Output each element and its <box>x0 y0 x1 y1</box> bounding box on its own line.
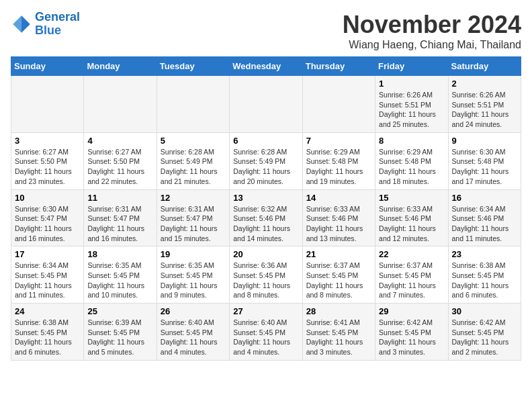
calendar-cell: 15Sunrise: 6:33 AMSunset: 5:46 PMDayligh… <box>375 189 448 246</box>
calendar-cell: 18Sunrise: 6:35 AMSunset: 5:45 PMDayligh… <box>84 246 157 304</box>
cell-details: Sunrise: 6:36 AMSunset: 5:45 PMDaylight:… <box>233 261 298 300</box>
calendar-cell: 12Sunrise: 6:31 AMSunset: 5:47 PMDayligh… <box>157 189 229 246</box>
day-number: 16 <box>452 193 517 203</box>
calendar-week-row: 24Sunrise: 6:38 AMSunset: 5:45 PMDayligh… <box>11 304 521 361</box>
day-number: 25 <box>87 306 152 316</box>
calendar-cell: 2Sunrise: 6:26 AMSunset: 5:51 PMDaylight… <box>448 76 521 133</box>
calendar-week-row: 17Sunrise: 6:34 AMSunset: 5:45 PMDayligh… <box>11 246 521 304</box>
cell-details: Sunrise: 6:35 AMSunset: 5:45 PMDaylight:… <box>87 261 152 300</box>
cell-details: Sunrise: 6:35 AMSunset: 5:45 PMDaylight:… <box>161 261 226 300</box>
cell-details: Sunrise: 6:29 AMSunset: 5:48 PMDaylight:… <box>379 147 444 187</box>
day-number: 5 <box>161 136 226 146</box>
day-number: 30 <box>452 306 517 316</box>
day-number: 29 <box>379 306 444 316</box>
day-number: 20 <box>233 249 298 259</box>
cell-details: Sunrise: 6:27 AMSunset: 5:50 PMDaylight:… <box>87 147 152 187</box>
day-number: 7 <box>306 136 371 146</box>
cell-details: Sunrise: 6:31 AMSunset: 5:47 PMDaylight:… <box>161 204 226 244</box>
logo-text: General Blue <box>35 11 80 38</box>
calendar-cell: 21Sunrise: 6:37 AMSunset: 5:45 PMDayligh… <box>302 246 375 304</box>
logo-icon <box>11 13 32 35</box>
location-subtitle: Wiang Haeng, Chiang Mai, Thailand <box>343 39 521 51</box>
day-number: 9 <box>452 136 517 146</box>
weekday-header: Saturday <box>448 57 521 76</box>
calendar-table: SundayMondayTuesdayWednesdayThursdayFrid… <box>11 56 521 361</box>
cell-details: Sunrise: 6:26 AMSunset: 5:51 PMDaylight:… <box>452 90 517 130</box>
cell-details: Sunrise: 6:32 AMSunset: 5:46 PMDaylight:… <box>233 204 298 244</box>
cell-details: Sunrise: 6:29 AMSunset: 5:48 PMDaylight:… <box>306 147 371 187</box>
day-number: 13 <box>233 193 298 203</box>
month-title: November 2024 <box>343 11 521 39</box>
cell-details: Sunrise: 6:42 AMSunset: 5:45 PMDaylight:… <box>452 318 517 357</box>
day-number: 23 <box>452 249 517 259</box>
weekday-header: Tuesday <box>157 57 229 76</box>
day-number: 22 <box>379 249 444 259</box>
calendar-cell: 30Sunrise: 6:42 AMSunset: 5:45 PMDayligh… <box>448 304 521 361</box>
day-number: 26 <box>161 306 226 316</box>
calendar-cell: 27Sunrise: 6:40 AMSunset: 5:45 PMDayligh… <box>230 304 302 361</box>
calendar-cell <box>302 76 375 133</box>
svg-marker-1 <box>13 15 21 33</box>
calendar-cell: 17Sunrise: 6:34 AMSunset: 5:45 PMDayligh… <box>11 246 84 304</box>
day-number: 11 <box>87 193 152 203</box>
calendar-cell <box>157 76 229 133</box>
calendar-cell <box>230 76 302 133</box>
calendar-cell: 11Sunrise: 6:31 AMSunset: 5:47 PMDayligh… <box>84 189 157 246</box>
cell-details: Sunrise: 6:26 AMSunset: 5:51 PMDaylight:… <box>379 90 444 130</box>
weekday-header: Wednesday <box>230 57 302 76</box>
header: General Blue November 2024 Wiang Haeng, … <box>11 11 521 51</box>
calendar-cell: 6Sunrise: 6:28 AMSunset: 5:49 PMDaylight… <box>230 132 302 189</box>
cell-details: Sunrise: 6:40 AMSunset: 5:45 PMDaylight:… <box>233 318 298 357</box>
day-number: 18 <box>87 249 152 259</box>
logo: General Blue <box>11 11 80 38</box>
cell-details: Sunrise: 6:27 AMSunset: 5:50 PMDaylight:… <box>15 147 80 187</box>
calendar-cell: 16Sunrise: 6:34 AMSunset: 5:46 PMDayligh… <box>448 189 521 246</box>
cell-details: Sunrise: 6:34 AMSunset: 5:45 PMDaylight:… <box>15 261 80 300</box>
cell-details: Sunrise: 6:38 AMSunset: 5:45 PMDaylight:… <box>15 318 80 357</box>
title-area: November 2024 Wiang Haeng, Chiang Mai, T… <box>343 11 521 51</box>
day-number: 14 <box>306 193 371 203</box>
day-number: 8 <box>379 136 444 146</box>
cell-details: Sunrise: 6:28 AMSunset: 5:49 PMDaylight:… <box>161 147 226 187</box>
weekday-header: Thursday <box>302 57 375 76</box>
cell-details: Sunrise: 6:37 AMSunset: 5:45 PMDaylight:… <box>379 261 444 300</box>
cell-details: Sunrise: 6:39 AMSunset: 5:45 PMDaylight:… <box>87 318 152 357</box>
day-number: 28 <box>306 306 371 316</box>
day-number: 21 <box>306 249 371 259</box>
calendar-cell: 9Sunrise: 6:30 AMSunset: 5:48 PMDaylight… <box>448 132 521 189</box>
calendar-cell: 4Sunrise: 6:27 AMSunset: 5:50 PMDaylight… <box>84 132 157 189</box>
cell-details: Sunrise: 6:37 AMSunset: 5:45 PMDaylight:… <box>306 261 371 300</box>
calendar-cell: 10Sunrise: 6:30 AMSunset: 5:47 PMDayligh… <box>11 189 84 246</box>
cell-details: Sunrise: 6:38 AMSunset: 5:45 PMDaylight:… <box>452 261 517 300</box>
day-number: 3 <box>15 136 80 146</box>
svg-marker-0 <box>21 15 30 33</box>
calendar-cell: 26Sunrise: 6:40 AMSunset: 5:45 PMDayligh… <box>157 304 229 361</box>
day-number: 19 <box>161 249 226 259</box>
calendar-cell: 25Sunrise: 6:39 AMSunset: 5:45 PMDayligh… <box>84 304 157 361</box>
cell-details: Sunrise: 6:42 AMSunset: 5:45 PMDaylight:… <box>379 318 444 357</box>
cell-details: Sunrise: 6:41 AMSunset: 5:45 PMDaylight:… <box>306 318 371 357</box>
calendar-week-row: 10Sunrise: 6:30 AMSunset: 5:47 PMDayligh… <box>11 189 521 246</box>
day-number: 10 <box>15 193 80 203</box>
day-number: 12 <box>161 193 226 203</box>
calendar-cell: 7Sunrise: 6:29 AMSunset: 5:48 PMDaylight… <box>302 132 375 189</box>
cell-details: Sunrise: 6:30 AMSunset: 5:48 PMDaylight:… <box>452 147 517 187</box>
calendar-cell: 19Sunrise: 6:35 AMSunset: 5:45 PMDayligh… <box>157 246 229 304</box>
weekday-header-row: SundayMondayTuesdayWednesdayThursdayFrid… <box>11 57 521 76</box>
calendar-cell: 23Sunrise: 6:38 AMSunset: 5:45 PMDayligh… <box>448 246 521 304</box>
calendar-cell: 14Sunrise: 6:33 AMSunset: 5:46 PMDayligh… <box>302 189 375 246</box>
calendar-cell: 20Sunrise: 6:36 AMSunset: 5:45 PMDayligh… <box>230 246 302 304</box>
calendar-cell: 3Sunrise: 6:27 AMSunset: 5:50 PMDaylight… <box>11 132 84 189</box>
calendar-cell: 28Sunrise: 6:41 AMSunset: 5:45 PMDayligh… <box>302 304 375 361</box>
calendar-week-row: 1Sunrise: 6:26 AMSunset: 5:51 PMDaylight… <box>11 76 521 133</box>
weekday-header: Friday <box>375 57 448 76</box>
cell-details: Sunrise: 6:30 AMSunset: 5:47 PMDaylight:… <box>15 204 80 244</box>
calendar-cell: 24Sunrise: 6:38 AMSunset: 5:45 PMDayligh… <box>11 304 84 361</box>
calendar-cell: 5Sunrise: 6:28 AMSunset: 5:49 PMDaylight… <box>157 132 229 189</box>
cell-details: Sunrise: 6:34 AMSunset: 5:46 PMDaylight:… <box>452 204 517 244</box>
day-number: 2 <box>452 79 517 89</box>
calendar-cell: 13Sunrise: 6:32 AMSunset: 5:46 PMDayligh… <box>230 189 302 246</box>
cell-details: Sunrise: 6:40 AMSunset: 5:45 PMDaylight:… <box>161 318 226 357</box>
weekday-header: Monday <box>84 57 157 76</box>
calendar-cell: 22Sunrise: 6:37 AMSunset: 5:45 PMDayligh… <box>375 246 448 304</box>
